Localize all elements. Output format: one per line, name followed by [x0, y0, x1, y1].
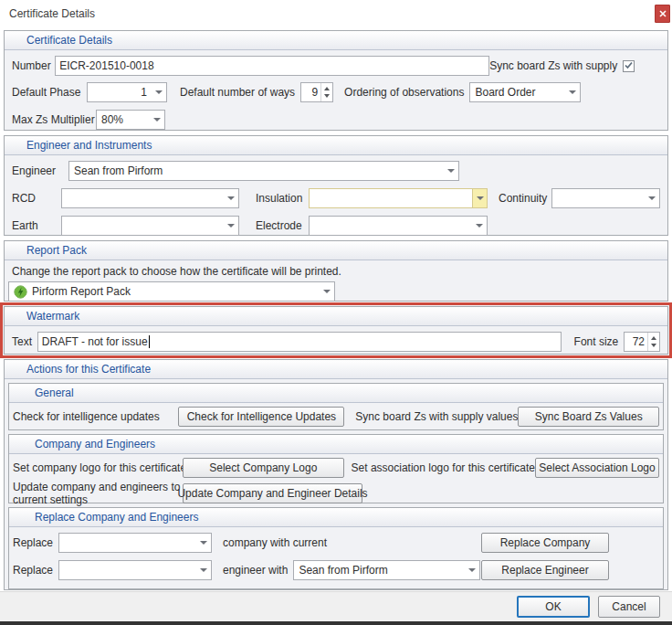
- ways-label: Default number of ways: [180, 86, 295, 99]
- chevron-down-icon: [472, 217, 487, 235]
- replace-company-button[interactable]: Replace Company: [481, 533, 609, 553]
- update-company-label: Update company and engineers to current …: [13, 481, 183, 506]
- watermark-group: Watermark Text DRAFT - not for issue Fon…: [4, 306, 668, 355]
- replace-company-select[interactable]: [58, 533, 212, 553]
- report-pack-group: Report Pack Change the report pack to ch…: [4, 240, 668, 302]
- spinner-arrows-icon: [320, 83, 332, 101]
- font-size-value: 72: [625, 333, 647, 351]
- chevron-down-icon: [565, 83, 580, 101]
- watermark-highlight-border: Watermark Text DRAFT - not for issue Fon…: [0, 302, 672, 358]
- insulation-select[interactable]: [309, 188, 488, 208]
- company-with-current-label: company with current: [223, 536, 327, 549]
- chevron-down-icon: [196, 534, 211, 552]
- cancel-button[interactable]: Cancel: [598, 596, 660, 618]
- max-zs-label: Max Zs Multiplier: [12, 113, 96, 126]
- chevron-down-icon: [152, 83, 166, 101]
- group-title: Report Pack: [26, 244, 87, 257]
- engineer-with-label: engineer with: [223, 564, 288, 577]
- watermark-header: Watermark: [5, 307, 667, 326]
- report-pack-header: Report Pack: [5, 241, 667, 260]
- check-intelligence-button[interactable]: Check for Intelligence Updates: [178, 407, 344, 427]
- replace-header: Replace Company and Engineers: [9, 508, 663, 527]
- certificate-details-group: Certificate Details Number EICR-201510-0…: [4, 30, 668, 131]
- max-zs-value: 80%: [97, 111, 150, 129]
- rcd-select[interactable]: [61, 188, 239, 208]
- actions-group: Actions for this Certificate General Che…: [4, 359, 668, 590]
- number-label: Number: [12, 59, 55, 72]
- window-title: Certificate Details: [9, 7, 95, 20]
- ordering-select[interactable]: Board Order: [469, 82, 581, 102]
- ordering-label: Ordering of observations: [344, 86, 464, 99]
- report-pack-description: Change the report pack to choose how the…: [12, 265, 341, 278]
- select-company-logo-button[interactable]: Select Company Logo: [183, 458, 344, 478]
- watermark-text-input[interactable]: DRAFT - not for issue: [37, 332, 562, 352]
- button-label: Sync Board Zs Values: [535, 410, 643, 423]
- button-label: Replace Company: [500, 536, 591, 549]
- report-pack-icon: [14, 285, 27, 299]
- engineer-with-select[interactable]: Sean from Pirform: [293, 560, 480, 580]
- chevron-down-icon: [645, 189, 659, 207]
- close-button[interactable]: [655, 5, 670, 23]
- engineer-select[interactable]: Sean from Pirform: [68, 161, 459, 181]
- default-phase-select[interactable]: 1: [87, 82, 167, 102]
- group-title: Company and Engineers: [35, 438, 155, 450]
- replace-subgroup: Replace Company and Engineers Replace co…: [8, 507, 664, 589]
- max-zs-select[interactable]: 80%: [96, 110, 165, 130]
- window-bottom-edge: [0, 621, 672, 625]
- company-engineers-header: Company and Engineers: [9, 435, 663, 454]
- replace-engineer-button[interactable]: Replace Engineer: [481, 560, 609, 580]
- number-input[interactable]: EICR-201510-0018: [55, 56, 489, 76]
- button-label: Check for Intelligence Updates: [187, 410, 336, 423]
- earth-label: Earth: [12, 219, 61, 232]
- chevron-down-icon: [224, 217, 238, 235]
- sync-zs-values-label: Sync board Zs with supply values: [355, 410, 518, 423]
- replace-engineer-select[interactable]: [58, 560, 212, 580]
- replace-company-label: Replace: [13, 536, 58, 549]
- chevron-down-icon: [196, 561, 211, 579]
- sync-supply-checkbox[interactable]: [623, 60, 635, 72]
- engineer-instruments-group: Engineer and Instruments Engineer Sean f…: [4, 135, 668, 236]
- watermark-text-label: Text: [12, 335, 37, 348]
- button-label: Replace Engineer: [501, 564, 588, 577]
- button-label: Select Association Logo: [539, 461, 655, 474]
- sync-board-zs-button[interactable]: Sync Board Zs Values: [518, 407, 659, 427]
- default-phase-label: Default Phase: [12, 86, 87, 99]
- font-size-spinner[interactable]: 72: [624, 332, 660, 352]
- ordering-value: Board Order: [470, 83, 565, 101]
- chevron-down-icon: [465, 561, 479, 579]
- replace-engineer-label: Replace: [13, 564, 58, 577]
- group-title: Actions for this Certificate: [26, 363, 151, 376]
- ways-value: 9: [301, 83, 320, 101]
- group-title: General: [35, 387, 74, 399]
- chevron-down-icon: [444, 162, 458, 180]
- update-company-engineer-button[interactable]: Update Company and Engineer Details: [183, 483, 362, 503]
- sync-supply-label: Sync board Zs with supply: [489, 59, 617, 72]
- ok-button[interactable]: OK: [517, 596, 590, 618]
- earth-select[interactable]: [61, 216, 239, 236]
- footer-bar: OK Cancel: [0, 591, 672, 621]
- report-pack-value: Pirform Report Pack: [32, 285, 131, 298]
- chevron-down-icon: [150, 111, 164, 129]
- electrode-select[interactable]: [309, 216, 488, 236]
- general-header: General: [9, 384, 663, 403]
- general-subgroup: General Check for intelligence updates C…: [8, 383, 664, 430]
- close-icon: [659, 7, 667, 20]
- group-title: Watermark: [26, 310, 79, 323]
- continuity-label: Continuity: [499, 192, 546, 205]
- font-size-label: Font size: [574, 335, 619, 348]
- continuity-select[interactable]: [551, 188, 660, 208]
- text-cursor: [149, 335, 150, 348]
- company-engineers-subgroup: Company and Engineers Set company logo f…: [8, 434, 664, 503]
- group-title: Certificate Details: [26, 34, 112, 47]
- button-label: Update Company and Engineer Details: [177, 487, 367, 500]
- select-association-logo-button[interactable]: Select Association Logo: [535, 458, 659, 478]
- ways-spinner[interactable]: 9: [300, 82, 333, 102]
- button-label: Cancel: [612, 600, 646, 613]
- report-pack-select[interactable]: Pirform Report Pack: [8, 281, 335, 302]
- number-value: EICR-201510-0018: [59, 59, 153, 72]
- engineer-label: Engineer: [12, 164, 68, 177]
- electrode-label: Electrode: [256, 219, 301, 232]
- group-title: Replace Company and Engineers: [35, 511, 198, 524]
- insulation-label: Insulation: [256, 192, 301, 205]
- default-phase-value: 1: [88, 83, 152, 101]
